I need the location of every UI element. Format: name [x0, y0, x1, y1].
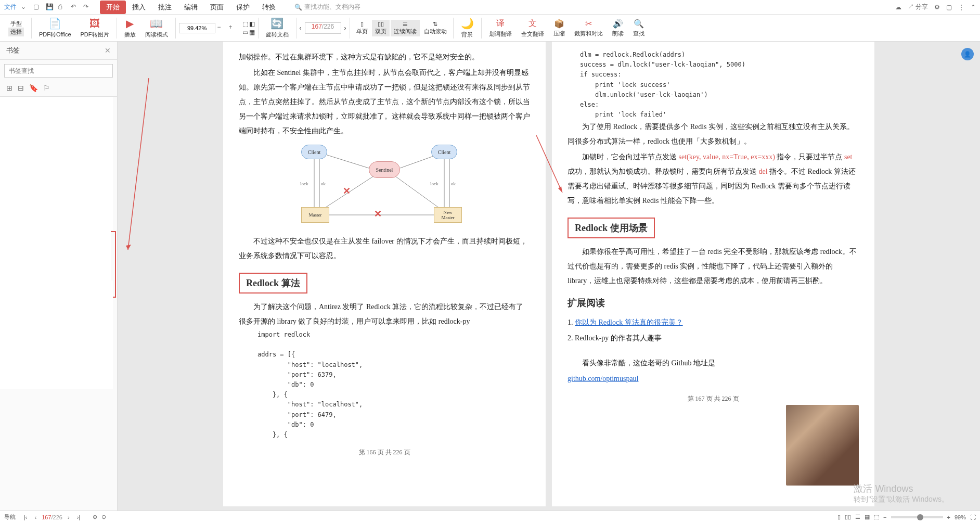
view-double-icon[interactable]: ▯▯ [845, 514, 851, 520]
link-redlock-perfect[interactable]: 你以为 Redlock 算法真的很完美？ [575, 318, 683, 326]
paragraph: 为了解决这个问题，Antirez 发明了 Redlock 算法，它的流程比较复杂… [239, 300, 530, 329]
search-icon: 🔍 [294, 4, 302, 11]
link-github[interactable]: github.com/optimuspaul [568, 375, 639, 382]
file-menu[interactable]: 文件 [4, 3, 17, 11]
nav-label: 导航 [4, 513, 16, 521]
next-page-icon[interactable]: › [344, 24, 346, 32]
paragraph: 加锁操作。不过在集群环境下，这种方式是有缺陷的，它不是绝对安全的。 [239, 50, 530, 65]
collapse-icon[interactable]: ⌃ [971, 4, 976, 11]
menubar: 文件 ⌄ ▢ 💾 ⎙ ↶ ↷ 开始 插入 批注 编辑 页面 保护 转换 🔍 查找… [0, 0, 980, 15]
actual-size-icon[interactable]: ▭ [242, 29, 248, 36]
page-input[interactable]: 167/226 [305, 22, 341, 34]
more-icon[interactable]: ⋮ [958, 4, 964, 11]
fit-page-icon[interactable]: ◧ [249, 20, 255, 28]
auto-scroll[interactable]: ⇅自动滚动 [421, 20, 450, 36]
tab-convert[interactable]: 转换 [256, 1, 282, 14]
architecture-diagram: Client Client Sentinel Master New Master… [291, 145, 478, 228]
collapse-all-icon[interactable]: ⊟ [18, 84, 24, 92]
cloud-icon[interactable]: ☁ [895, 4, 901, 11]
paragraph: 看头像非常酷，这位老哥的 Github 地址是 [568, 356, 859, 371]
sidebar-title: 书签 [6, 46, 20, 55]
float-badge[interactable]: 👤 [961, 48, 974, 60]
bookmark-item[interactable]: ▸🔖拓展 9: 隔墙有耳 —— Redis [0, 376, 117, 390]
compress-button[interactable]: 📦压缩 [549, 18, 569, 39]
save-icon[interactable]: 💾 [46, 3, 54, 11]
document-content[interactable]: 加锁操作。不过在集群环境下，这种方式是有缺陷的，它不是绝对安全的。 比如在 Se… [118, 42, 980, 511]
list-item: 2. Redlock-py 的作者其人趣事 [568, 331, 859, 346]
double-page-view[interactable]: ▯▯双页 [372, 20, 390, 36]
paragraph: 不过这种不安全也仅仅是在主从发生 failover 的情况下才会产生，而且持续时… [239, 234, 530, 263]
tab-page[interactable]: 页面 [204, 1, 230, 14]
add-icon[interactable]: ⊕ [93, 514, 97, 520]
author-avatar [786, 405, 859, 486]
fullscreen-icon[interactable]: ⛶ [970, 514, 976, 520]
paragraph: 如果你很在乎高可用性，希望挂了一台 redis 完全不受影响，那就应该考虑 re… [568, 245, 859, 288]
zoom-in-icon[interactable]: + [229, 23, 238, 33]
page-footer: 第 167 页 共 226 页 [568, 394, 859, 403]
list-item: 1. 你以为 Redlock 算法真的很完美？ [568, 315, 859, 330]
read-mode[interactable]: 📖阅读模式 [141, 16, 172, 40]
word-translate[interactable]: 译划词翻译 [485, 17, 516, 39]
svg-marker-1 [126, 245, 131, 250]
prev-page-icon[interactable]: ‹ [300, 24, 302, 32]
tab-annotate[interactable]: 批注 [152, 1, 178, 14]
open-icon[interactable]: ▢ [33, 3, 42, 11]
page-166: 加锁操作。不过在集群环境下，这种方式是有缺陷的，它不是绝对安全的。 比如在 Se… [223, 42, 546, 506]
tab-insert[interactable]: 插入 [126, 1, 152, 14]
continuous-view[interactable]: ☰连续阅读 [391, 20, 420, 36]
paragraph: 为了使用 Redlock，需要提供多个 Redis 实例，这些实例之前相互独立没… [568, 120, 859, 149]
view-grid-icon[interactable]: ▦ [865, 514, 870, 520]
expand-all-icon[interactable]: ⊞ [6, 84, 12, 92]
window-icon[interactable]: ▢ [946, 4, 952, 11]
svg-line-0 [128, 78, 149, 250]
crop-compare[interactable]: ✂裁剪和对比 [570, 18, 607, 39]
last-page-icon[interactable]: ›| [75, 514, 83, 520]
undo-icon[interactable]: ↶ [71, 3, 79, 11]
next-page-icon[interactable]: › [66, 514, 72, 520]
zoom-out-icon[interactable]: − [217, 23, 227, 33]
fit-visible-icon[interactable]: ▦ [249, 29, 255, 36]
view-continuous-icon[interactable]: ☰ [855, 514, 860, 520]
find-button[interactable]: 🔍查找 [629, 18, 649, 39]
zoom-value: 99% [955, 514, 966, 520]
code-block: dlm = redlock.Redlock(addrs) success = d… [580, 50, 859, 120]
gear-icon[interactable]: ⚙ [934, 4, 940, 11]
prev-page-icon[interactable]: ‹ [33, 514, 39, 520]
share-button[interactable]: ↗ 分享 [908, 3, 928, 11]
play-button[interactable]: ▶播放 [120, 16, 140, 40]
zoom-input[interactable] [179, 23, 215, 33]
minus-icon[interactable]: ⊖ [101, 514, 106, 520]
page-indicator[interactable]: 167/226 [42, 514, 62, 520]
bookmark-add-icon[interactable]: 🔖 [29, 84, 38, 92]
global-search[interactable]: 🔍 查找功能、文档内容 [294, 3, 360, 11]
bookmark-search-input[interactable] [4, 64, 113, 78]
pdf-to-office[interactable]: 📄PDF转Office [35, 16, 75, 40]
zoom-slider[interactable] [891, 516, 943, 518]
tab-start[interactable]: 开始 [100, 1, 126, 14]
heading-redlock-usage: Redlock 使用场景 [568, 218, 655, 238]
bookmark-flag-icon[interactable]: ⚐ [43, 84, 50, 92]
tab-edit[interactable]: 编辑 [178, 1, 204, 14]
code-block: import redlock addrs = [{ "host": "local… [257, 330, 530, 440]
full-translate[interactable]: 文全文翻译 [517, 17, 548, 39]
svg-line-4 [327, 155, 369, 168]
tab-protect[interactable]: 保护 [230, 1, 256, 14]
print-icon[interactable]: ⎙ [58, 3, 67, 11]
zoom-in-icon[interactable]: + [947, 514, 950, 520]
single-page-view[interactable]: ▯单页 [353, 20, 371, 36]
redo-icon[interactable]: ↷ [83, 3, 92, 11]
close-sidebar-icon[interactable]: ✕ [105, 46, 111, 55]
hand-tool[interactable]: 手型选择 [4, 19, 28, 37]
view-single-icon[interactable]: ▯ [837, 514, 841, 520]
fit-icon[interactable]: ⬚ [874, 514, 879, 520]
dropdown-icon[interactable]: ⌄ [21, 3, 29, 11]
pdf-to-image[interactable]: 🖼PDF转图片 [76, 17, 113, 40]
background-button[interactable]: 🌙背景 [457, 16, 478, 40]
fit-width-icon[interactable]: ⬚ [242, 20, 248, 28]
page-167: dlm = redlock.Redlock(addrs) success = d… [552, 42, 874, 506]
statusbar: 导航 |‹ ‹ 167/226 › ›| ⊕ ⊖ ▯ ▯▯ ☰ ▦ ⬚ − + … [0, 511, 980, 523]
zoom-out-icon[interactable]: − [883, 514, 886, 520]
rotate-button[interactable]: 🔄旋转文档 [262, 16, 293, 40]
read-aloud[interactable]: 🔊朗读 [608, 18, 628, 39]
first-page-icon[interactable]: |‹ [22, 514, 30, 520]
